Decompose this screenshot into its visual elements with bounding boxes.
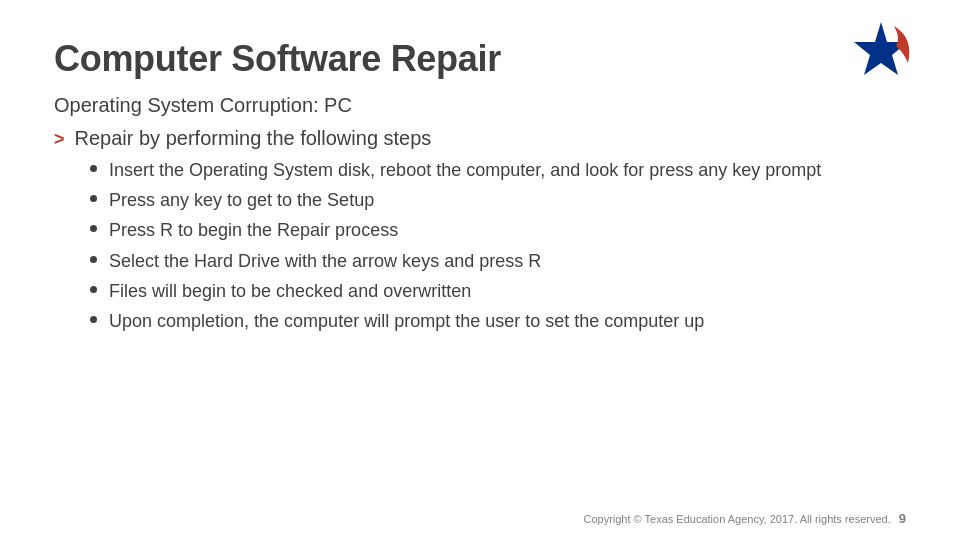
sub-bullet-text: Upon completion, the computer will promp… [109,309,704,334]
sub-bullet-text: Insert the Operating System disk, reboot… [109,158,821,183]
main-bullet: > Repair by performing the following ste… [54,127,906,150]
main-bullet-text: Repair by performing the following steps [75,127,432,150]
tea-logo [846,18,916,88]
bullet-dot-icon [90,256,97,263]
list-item: Select the Hard Drive with the arrow key… [90,249,906,274]
bullet-dot-icon [90,286,97,293]
sub-bullets-list: Insert the Operating System disk, reboot… [90,158,906,334]
bullet-arrow-icon: > [54,129,65,150]
bullet-dot-icon [90,225,97,232]
slide: Computer Software Repair Operating Syste… [0,0,960,540]
footer-text: Copyright © Texas Education Agency, 2017… [583,513,890,525]
list-item: Upon completion, the computer will promp… [90,309,906,334]
slide-subtitle: Operating System Corruption: PC [54,94,906,117]
sub-bullet-text: Select the Hard Drive with the arrow key… [109,249,541,274]
bullet-dot-icon [90,195,97,202]
slide-title: Computer Software Repair [54,38,906,80]
page-number: 9 [899,511,906,526]
sub-bullet-text: Files will begin to be checked and overw… [109,279,471,304]
bullet-dot-icon [90,316,97,323]
list-item: Insert the Operating System disk, reboot… [90,158,906,183]
slide-footer: Copyright © Texas Education Agency, 2017… [583,511,906,526]
list-item: Files will begin to be checked and overw… [90,279,906,304]
sub-bullet-text: Press R to begin the Repair process [109,218,398,243]
list-item: Press any key to get to the Setup [90,188,906,213]
sub-bullet-text: Press any key to get to the Setup [109,188,374,213]
list-item: Press R to begin the Repair process [90,218,906,243]
bullet-dot-icon [90,165,97,172]
